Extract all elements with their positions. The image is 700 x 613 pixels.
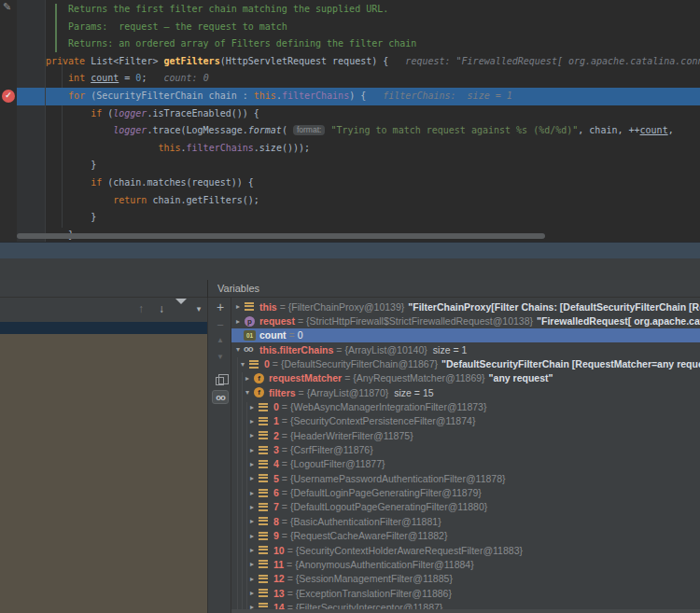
duplicate-icon[interactable]: [216, 377, 224, 385]
equals-sign: =: [282, 487, 287, 498]
chevron-down-icon[interactable]: ▾: [190, 300, 207, 318]
arrow-up-icon[interactable]: ↑: [133, 300, 149, 318]
ide-debug-window: Returns the first filter chain matching …: [0, 0, 700, 613]
variable-row-0[interactable]: ▸0={WebAsyncManagerIntegrationFilter@118…: [231, 399, 700, 413]
watch-icon: oo: [244, 344, 257, 355]
code-segment: Returns the first filter chain matching …: [68, 4, 388, 14]
variable-value: 0: [298, 329, 303, 341]
expand-chevron-icon[interactable]: ▸: [246, 489, 258, 497]
frames-selected-row[interactable]: [0, 322, 207, 334]
variables-horizontal-scrollbar[interactable]: [231, 609, 700, 613]
code-segment: if: [91, 108, 102, 118]
code-segment: logger: [113, 125, 147, 135]
equals-sign: =: [273, 358, 278, 369]
variable-name: this: [259, 301, 277, 313]
value-icon: [258, 416, 271, 426]
object-reference: {FilterChainProxy@10139}: [288, 301, 404, 313]
variable-name: 6: [273, 487, 279, 498]
object-reference: {StrictHttpFirewall$StrictFirewalledRequ…: [306, 315, 533, 327]
variable-row-9[interactable]: ▸9={RequestCacheAwareFilter@11882}: [231, 529, 700, 543]
expand-chevron-icon[interactable]: ▸: [246, 517, 258, 525]
expand-chevron-icon[interactable]: ▸: [232, 317, 244, 326]
variable-row-count[interactable]: 01count=0: [231, 328, 700, 342]
variable-row-requestmatcher[interactable]: ▸frequestMatcher={AnyRequestMatcher@1186…: [231, 371, 700, 385]
debug-panel-header: Variables: [0, 280, 700, 298]
equals-sign: =: [287, 588, 293, 599]
frames-panel: ↑ ↓ ▾: [0, 298, 207, 613]
variable-name: 4: [273, 458, 279, 469]
expand-chevron-icon[interactable]: ▸: [246, 560, 258, 568]
code-segment: filterChains: [187, 143, 254, 153]
code-segment: }: [91, 160, 96, 170]
expand-chevron-icon[interactable]: ▸: [232, 302, 244, 311]
collapse-chevron-icon[interactable]: ▾: [242, 388, 253, 397]
expand-chevron-icon[interactable]: ▸: [246, 417, 258, 425]
value-icon: [258, 488, 271, 498]
inline-debugger-hint: filterChains: size = 1: [366, 91, 512, 101]
variable-row-1[interactable]: ▸1={SecurityContextPersistenceFilter@118…: [231, 414, 700, 428]
expand-chevron-icon[interactable]: ▸: [246, 431, 258, 439]
variable-name: 2: [273, 430, 279, 441]
variable-row-6[interactable]: ▸6={DefaultLoginPageGeneratingFilter@118…: [231, 485, 700, 499]
method-signature-line: private List<Filter> getFilters(HttpServ…: [46, 53, 700, 71]
editor-horizontal-scrollbar[interactable]: [17, 233, 545, 239]
code-line: if (logger.isTraceEnabled()) {: [46, 105, 700, 123]
expand-chevron-icon[interactable]: ▸: [242, 374, 253, 383]
variable-row-5[interactable]: ▸5={UsernamePasswordAuthenticationFilter…: [231, 471, 700, 485]
expand-chevron-icon[interactable]: ▸: [246, 575, 258, 583]
variable-row-8[interactable]: ▸8={BasicAuthenticationFilter@11881}: [231, 514, 700, 528]
variable-row-this-filterchains[interactable]: ▾oothis.filterChains={ArrayList@10140}si…: [231, 342, 700, 356]
expand-chevron-icon[interactable]: ▸: [246, 403, 258, 411]
filter-icon[interactable]: [175, 304, 187, 315]
object-reference: {RequestCacheAwareFilter@11882}: [290, 530, 447, 541]
equals-sign: =: [282, 501, 287, 512]
variable-row-this[interactable]: ▸this={FilterChainProxy@10139}"FilterCha…: [231, 300, 700, 313]
value-icon: [258, 574, 271, 584]
object-reference: {SecurityContextHolderAwareRequestFilter…: [296, 545, 523, 556]
variable-row-request[interactable]: ▸prequest={StrictHttpFirewall$StrictFire…: [231, 313, 700, 327]
variable-row-3[interactable]: ▸3={CsrfFilter@11876}: [231, 442, 700, 456]
code-segment: }: [91, 212, 96, 222]
variable-row-2[interactable]: ▸2={HeaderWriterFilter@11875}: [231, 428, 700, 442]
variable-row-12[interactable]: ▸12={SessionManagementFilter@11885}: [231, 572, 700, 586]
code-segment: List<Filter>: [85, 56, 163, 66]
variable-row-7[interactable]: ▸7={DefaultLogoutPageGeneratingFilter@11…: [231, 500, 700, 514]
move-down-icon[interactable]: ▼: [208, 353, 232, 361]
expand-chevron-icon[interactable]: ▸: [246, 589, 258, 597]
object-tostring-value: "any request": [489, 372, 553, 383]
variable-row-4[interactable]: ▸4={LogoutFilter@11877}: [231, 457, 700, 471]
add-watch-icon[interactable]: +: [208, 300, 232, 314]
variable-row-0[interactable]: ▾0={DefaultSecurityFilterChain@11867}"De…: [231, 356, 700, 370]
code-block: Returns the first filter chain matching …: [46, 1, 700, 242]
variable-row-10[interactable]: ▸10={SecurityContextHolderAwareRequestFi…: [231, 543, 700, 557]
show-watches-toggle[interactable]: oo: [212, 390, 229, 404]
variable-name: 7: [273, 501, 279, 512]
expand-chevron-icon[interactable]: ▸: [246, 474, 258, 482]
editor-annotation-strip: [0, 0, 17, 242]
code-segment: chain.getFilters();: [147, 195, 259, 205]
expand-chevron-icon[interactable]: ▸: [246, 446, 258, 454]
code-segment: "Trying to match request against %s (%d/…: [325, 125, 578, 135]
remove-watch-icon[interactable]: −: [208, 318, 232, 332]
expand-chevron-icon[interactable]: ▸: [246, 546, 258, 554]
collapse-chevron-icon[interactable]: ▾: [232, 345, 244, 354]
arrow-down-icon[interactable]: ↓: [153, 300, 170, 318]
move-up-icon[interactable]: ▲: [208, 336, 232, 344]
expand-chevron-icon[interactable]: ▸: [246, 503, 258, 511]
code-segment: ,: [668, 125, 674, 135]
expand-chevron-icon[interactable]: ▸: [246, 460, 258, 468]
inline-debugger-hint: count: 0: [147, 73, 208, 83]
variable-row-filters[interactable]: ▾ffilters={ArrayList@11870}size = 15: [231, 385, 700, 399]
variable-row-13[interactable]: ▸13={ExceptionTranslationFilter@11886}: [231, 586, 700, 600]
object-reference: {DefaultLogoutPageGeneratingFilter@11880…: [290, 501, 487, 512]
code-editor[interactable]: Returns the first filter chain matching …: [0, 0, 700, 242]
breakpoint-icon[interactable]: ✓: [2, 90, 15, 103]
value-icon: [258, 430, 271, 440]
equals-sign: =: [287, 559, 292, 570]
variable-row-11[interactable]: ▸11={AnonymousAuthenticationFilter@11884…: [231, 557, 700, 571]
variable-name: 13: [273, 588, 285, 599]
collapse-chevron-icon[interactable]: ▾: [237, 360, 248, 369]
object-reference: {SecurityContextPersistenceFilter@11874}: [290, 415, 475, 426]
equals-sign: =: [282, 430, 287, 441]
expand-chevron-icon[interactable]: ▸: [246, 532, 258, 540]
